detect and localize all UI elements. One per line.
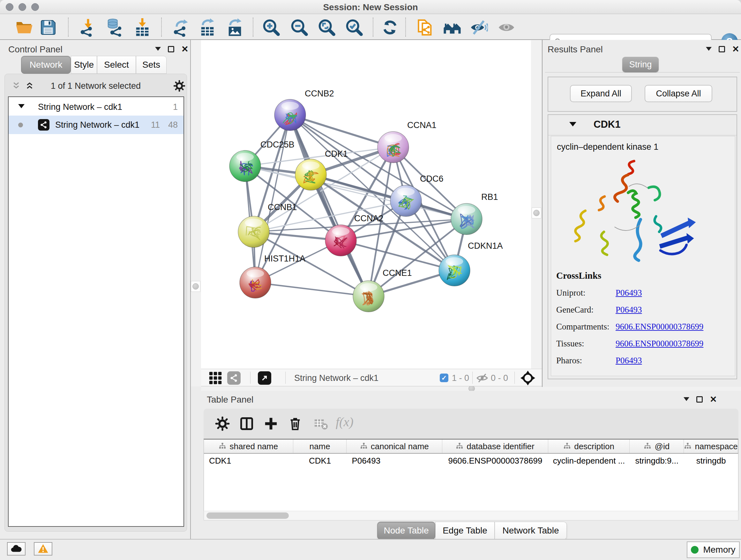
table-cell[interactable]: P06493 xyxy=(347,454,442,468)
collapse-all-button[interactable]: Collapse All xyxy=(645,85,712,102)
table-cell[interactable]: stringdb:9... xyxy=(630,454,684,468)
save-session-button[interactable] xyxy=(39,18,57,37)
import-table-from-file-button[interactable] xyxy=(133,18,151,37)
table-cell[interactable]: stringdb xyxy=(684,454,738,468)
table-row[interactable]: CDK1CDK1P064939606.ENSP00000378699cyclin… xyxy=(204,454,738,468)
column-header-description[interactable]: description xyxy=(548,440,630,453)
panel-close-icon[interactable]: ✕ xyxy=(181,46,189,52)
panel-float-icon[interactable] xyxy=(168,46,174,52)
right-splitter[interactable] xyxy=(531,40,542,386)
table-cell[interactable]: cyclin-dependent ... xyxy=(548,454,630,468)
table-horizontal-scrollbar[interactable] xyxy=(204,511,738,520)
crosslink-value-link[interactable]: 9606.ENSP00000378699 xyxy=(616,322,703,332)
crosslink-value-link[interactable]: P06493 xyxy=(616,288,642,298)
splitter-handle[interactable] xyxy=(532,207,541,219)
column-header-name[interactable]: name xyxy=(293,440,347,453)
delete-column-icon[interactable] xyxy=(288,416,302,431)
node-gloss-highlight xyxy=(446,257,463,265)
left-splitter[interactable] xyxy=(191,40,201,386)
refresh-button[interactable] xyxy=(381,18,399,37)
network-status-dot-icon xyxy=(18,123,23,127)
node-table[interactable]: shared namenamecanonical namedatabase id… xyxy=(204,439,738,520)
tab-select[interactable]: Select xyxy=(97,56,136,74)
detach-view-icon[interactable] xyxy=(258,371,271,385)
gear-icon[interactable] xyxy=(173,80,185,92)
network-view-icon[interactable] xyxy=(227,371,241,385)
crosslink-row: Pharos:P06493 xyxy=(556,356,731,366)
grid-view-icon[interactable] xyxy=(209,371,222,385)
cloud-icon xyxy=(10,544,22,553)
tree-expand-arrow-icon[interactable] xyxy=(18,104,24,111)
tab-edge-table[interactable]: Edge Table xyxy=(435,522,495,540)
panel-collapse-icon[interactable] xyxy=(684,397,689,404)
first-neighbors-button[interactable] xyxy=(443,18,461,37)
table-cell[interactable]: CDK1 xyxy=(204,454,293,468)
hide-selection-button[interactable] xyxy=(469,18,488,37)
memory-button[interactable]: Memory xyxy=(687,542,740,558)
crosslinks-section: CrossLinks Uniprot:P06493GeneCard:P06493… xyxy=(556,270,731,366)
results-actions-box: Expand All Collapse All xyxy=(548,77,737,112)
add-column-icon[interactable] xyxy=(264,416,278,431)
panel-collapse-icon[interactable] xyxy=(155,47,161,54)
expand-all-button[interactable]: Expand All xyxy=(570,85,632,102)
zoom-in-button[interactable] xyxy=(262,18,280,37)
import-network-from-database-button[interactable] xyxy=(105,18,124,37)
scrollbar-thumb[interactable] xyxy=(206,512,289,519)
network-edge[interactable] xyxy=(290,115,393,147)
function-builder-icon[interactable]: f(x) xyxy=(336,415,354,429)
tab-node-table[interactable]: Node Table xyxy=(377,522,435,540)
tab-sets[interactable]: Sets xyxy=(136,56,166,74)
export-network-button[interactable] xyxy=(172,18,191,37)
horizontal-splitter[interactable] xyxy=(201,386,741,391)
crosslink-value-link[interactable]: P06493 xyxy=(616,305,642,315)
network-canvas[interactable]: CCNB2CCNA1CDC25BCDK1CDC6RB1CCNB1CCNA2CDK… xyxy=(201,40,531,369)
node-label-ccna2: CCNA2 xyxy=(354,213,384,223)
column-header-canonical-name[interactable]: canonical name xyxy=(347,440,442,453)
table-cell[interactable]: 9606.ENSP00000378699 xyxy=(442,454,548,468)
tab-network-table[interactable]: Network Table xyxy=(495,522,567,540)
panel-close-icon[interactable]: ✕ xyxy=(732,46,739,52)
hidden-eye-icon xyxy=(476,373,488,383)
selected-checkbox-icon[interactable]: ✓ xyxy=(440,374,448,382)
create-network-from-selection-button[interactable] xyxy=(416,18,434,37)
column-header-database-identifier[interactable]: database identifier xyxy=(442,440,548,453)
panel-float-icon[interactable] xyxy=(696,396,703,402)
panel-close-icon[interactable]: ✕ xyxy=(710,396,717,402)
column-header-namespace[interactable]: namespace xyxy=(684,440,738,453)
warnings-button[interactable] xyxy=(34,542,52,556)
tab-style[interactable]: Style xyxy=(71,56,97,74)
crosslink-row: Tissues:9606.ENSP00000378699 xyxy=(556,339,731,349)
table-toolbar: f(x) xyxy=(204,409,738,439)
cloud-status-button[interactable] xyxy=(7,542,25,556)
export-table-button[interactable] xyxy=(198,18,217,37)
network-tree-root-row[interactable]: String Network – cdk1 1 xyxy=(9,99,184,116)
panel-float-icon[interactable] xyxy=(719,46,725,52)
tab-string[interactable]: String xyxy=(622,57,659,72)
protein-section-header[interactable]: CDK1 xyxy=(548,115,737,135)
column-header--id[interactable]: @id xyxy=(630,440,684,453)
section-collapse-arrow-icon[interactable] xyxy=(569,122,576,130)
zoom-out-button[interactable] xyxy=(290,18,309,37)
birds-eye-view-icon[interactable] xyxy=(520,370,536,386)
panel-collapse-icon[interactable] xyxy=(706,47,712,54)
export-image-button[interactable] xyxy=(226,18,244,37)
show-all-button[interactable] xyxy=(497,18,516,37)
column-header-shared-name[interactable]: shared name xyxy=(204,440,293,453)
delete-table-icon[interactable] xyxy=(313,416,328,431)
zoom-fit-button[interactable] xyxy=(318,18,336,37)
crosslink-value-link[interactable]: 9606.ENSP00000378699 xyxy=(616,339,703,349)
table-cell[interactable]: CDK1 xyxy=(293,454,347,468)
crosslink-value-link[interactable]: P06493 xyxy=(616,356,642,366)
show-columns-icon[interactable] xyxy=(239,416,254,431)
node-label-cdkn1a: CDKN1A xyxy=(468,241,503,251)
import-network-from-file-button[interactable] xyxy=(79,18,97,37)
node-label-cdc25b: CDC25B xyxy=(260,140,294,149)
window-title: Session: New Session xyxy=(0,2,741,12)
network-edge[interactable] xyxy=(255,283,368,296)
table-settings-gear-icon[interactable] xyxy=(215,416,230,431)
network-tree-child-row[interactable]: String Network – cdk1 11 48 xyxy=(9,116,184,134)
splitter-handle[interactable] xyxy=(191,281,200,292)
zoom-selected-button[interactable] xyxy=(345,18,363,37)
tab-network[interactable]: Network xyxy=(21,56,71,74)
open-session-button[interactable] xyxy=(15,18,33,37)
